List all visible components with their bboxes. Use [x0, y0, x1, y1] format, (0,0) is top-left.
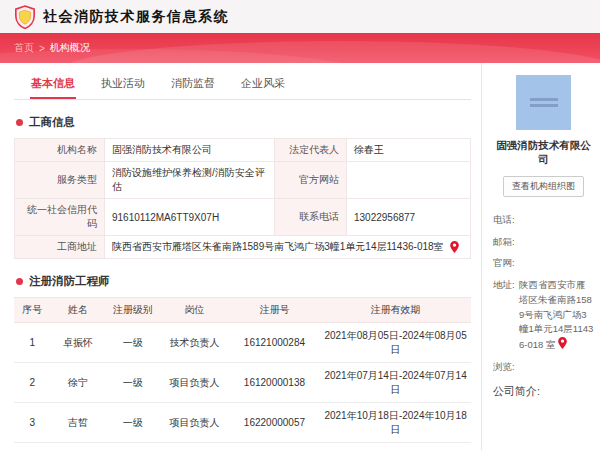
tab-bar: 基本信息 执业活动 消防监督 企业风采 — [14, 69, 471, 100]
field-label: 电话: — [493, 213, 519, 228]
location-pin-icon[interactable] — [450, 241, 459, 253]
breadcrumb-separator: > — [39, 43, 45, 54]
field-value — [519, 360, 594, 375]
field-value: 徐春王 — [347, 139, 471, 162]
field-label: 邮箱: — [493, 235, 519, 250]
engineers-table: 序号姓名注册级别岗位注册号注册有效期 1卓振怀一级技术负责人1612100028… — [14, 297, 471, 450]
table-cell: 一级 — [105, 363, 160, 403]
content-area: 基本信息 执业活动 消防监督 企业风采 工商信息 机构名称 固强消防技术有限公司… — [0, 63, 600, 450]
table-cell: 2021年07月14日-2024年07月14日 — [320, 363, 471, 403]
table-cell: 16121000284 — [229, 323, 320, 363]
table-cell: 徐宁 — [51, 363, 106, 403]
breadcrumb-home-link[interactable]: 首页 — [14, 41, 34, 55]
table-cell: 高敬红 — [51, 443, 106, 450]
field-address: 地址: 陕西省西安市雁塔区朱雀南路1589号南飞鸿广场3幢1单元14层11436… — [493, 278, 594, 353]
company-photo — [516, 75, 571, 130]
column-header: 岗位 — [160, 298, 229, 323]
table-row: 3吉晢一级项目负责人162200000572021年10月18日-2024年10… — [14, 403, 471, 443]
table-cell: 3 — [14, 403, 51, 443]
shield-logo-icon — [14, 5, 36, 29]
field-label: 统一社会信用代码 — [15, 199, 105, 236]
engineers-table-head: 序号姓名注册级别岗位注册号注册有效期 — [14, 298, 471, 323]
business-address-text: 陕西省西安市雁塔区朱雀南路1589号南飞鸿广场3幢1单元14层11436-018… — [112, 240, 444, 254]
sidebar-address-text: 陕西省西安市雁塔区朱雀南路1589号南飞鸿广场3幢1单元14层11436-018… — [519, 279, 593, 350]
column-header: 序号 — [14, 298, 51, 323]
field-label: 官方网站 — [275, 162, 347, 199]
breadcrumb-current: 机构概况 — [50, 41, 90, 55]
company-profile-label: 公司简介: — [493, 384, 594, 399]
field-label: 官网: — [493, 256, 519, 271]
field-views: 浏览: — [493, 360, 594, 375]
table-cell: 一级 — [105, 323, 160, 363]
field-website: 官网: — [493, 256, 594, 271]
table-cell: 16120000138 — [229, 363, 320, 403]
field-value: 91610112MA6TT9X07H — [105, 199, 275, 236]
field-value — [519, 235, 594, 250]
table-cell: 2 — [14, 363, 51, 403]
field-value: 13022956877 — [347, 199, 471, 236]
table-row: 统一社会信用代码 91610112MA6TT9X07H 联系电话 1302295… — [15, 199, 471, 236]
table-row: 2徐宁一级项目负责人161200001382021年07月14日-2024年07… — [14, 363, 471, 403]
tab-fire-supervision[interactable]: 消防监督 — [170, 73, 216, 99]
tab-company-showcase[interactable]: 企业风采 — [240, 73, 286, 99]
column-header: 注册号 — [229, 298, 320, 323]
breadcrumb-banner: 首页 > 机构概况 — [0, 33, 600, 63]
section-title-engineers: 注册消防工程师 — [16, 274, 471, 289]
section-title-text: 工商信息 — [29, 115, 75, 130]
table-row: 工商地址 陕西省西安市雁塔区朱雀南路1589号南飞鸿广场3幢1单元14层1143… — [15, 236, 471, 259]
table-cell: 13720000601 — [229, 443, 320, 450]
company-name: 固强消防技术有限公司 — [493, 139, 594, 167]
table-cell: 2022年04月24日-2025年04月24日 — [320, 443, 471, 450]
app-header: 社会消防技术服务信息系统 — [0, 0, 600, 33]
company-sidebar: 固强消防技术有限公司 查看机构组织图 电话: 邮箱: 官网: 地址: 陕西省西安… — [481, 63, 600, 450]
field-value — [519, 213, 594, 228]
table-cell: 一级 — [105, 403, 160, 443]
field-value: 陕西省西安市雁塔区朱雀南路1589号南飞鸿广场3幢1单元14层11436-018… — [519, 278, 594, 353]
location-pin-icon[interactable] — [558, 337, 567, 349]
table-row: 4高敬红一级项目负责人137200006012022年04月24日-2025年0… — [14, 443, 471, 450]
tab-practice-activity[interactable]: 执业活动 — [100, 73, 146, 99]
bullet-icon — [16, 278, 23, 285]
field-label: 法定代表人 — [275, 139, 347, 162]
field-value: 固强消防技术有限公司 — [105, 139, 275, 162]
field-label: 工商地址 — [15, 236, 105, 259]
field-label: 地址: — [493, 278, 519, 353]
table-cell: 一级 — [105, 443, 160, 450]
field-value: 陕西省西安市雁塔区朱雀南路1589号南飞鸿广场3幢1单元14层11436-018… — [105, 236, 471, 259]
table-row: 服务类型 消防设施维护保养检测/消防安全评估 官方网站 — [15, 162, 471, 199]
table-cell: 2021年08月05日-2024年08月05日 — [320, 323, 471, 363]
table-cell: 技术负责人 — [160, 323, 229, 363]
engineers-table-body: 1卓振怀一级技术负责人161210002842021年08月05日-2024年0… — [14, 323, 471, 450]
tab-basic-info[interactable]: 基本信息 — [30, 73, 76, 99]
table-row: 1卓振怀一级技术负责人161210002842021年08月05日-2024年0… — [14, 323, 471, 363]
page-title: 社会消防技术服务信息系统 — [43, 8, 229, 26]
field-label: 服务类型 — [15, 162, 105, 199]
field-email: 邮箱: — [493, 235, 594, 250]
field-phone: 电话: — [493, 213, 594, 228]
table-cell: 16220000057 — [229, 403, 320, 443]
field-label: 机构名称 — [15, 139, 105, 162]
table-cell: 卓振怀 — [51, 323, 106, 363]
field-value — [347, 162, 471, 199]
business-info-body: 机构名称 固强消防技术有限公司 法定代表人 徐春王 服务类型 消防设施维护保养检… — [15, 139, 471, 259]
bullet-icon — [16, 119, 23, 126]
photo-placeholder-line — [530, 104, 558, 107]
photo-placeholder-line — [530, 98, 558, 101]
view-org-chart-button[interactable]: 查看机构组织图 — [503, 176, 584, 197]
table-row: 机构名称 固强消防技术有限公司 法定代表人 徐春王 — [15, 139, 471, 162]
field-label: 联系电话 — [275, 199, 347, 236]
field-label: 浏览: — [493, 360, 519, 375]
section-title-text: 注册消防工程师 — [29, 274, 110, 289]
section-title-business-info: 工商信息 — [16, 115, 471, 130]
table-cell: 4 — [14, 443, 51, 450]
company-contact-fields: 电话: 邮箱: 官网: 地址: 陕西省西安市雁塔区朱雀南路1589号南飞鸿广场3… — [493, 213, 594, 374]
table-cell: 1 — [14, 323, 51, 363]
field-value: 消防设施维护保养检测/消防安全评估 — [105, 162, 275, 199]
column-header: 注册级别 — [105, 298, 160, 323]
table-cell: 项目负责人 — [160, 443, 229, 450]
column-header: 姓名 — [51, 298, 106, 323]
breadcrumb: 首页 > 机构概况 — [14, 41, 90, 55]
field-value — [519, 256, 594, 271]
table-cell: 项目负责人 — [160, 363, 229, 403]
table-cell: 项目负责人 — [160, 403, 229, 443]
